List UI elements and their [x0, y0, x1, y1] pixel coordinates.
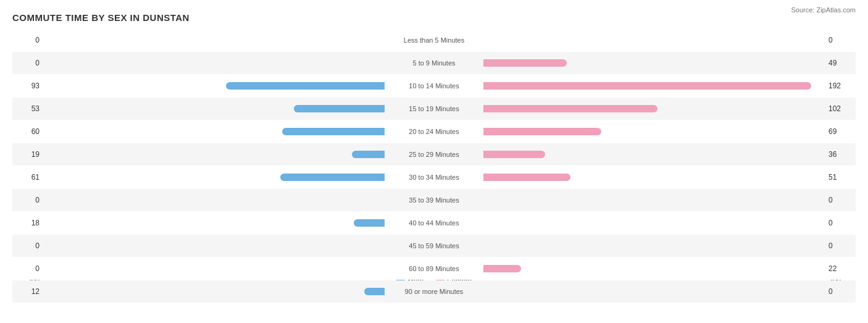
left-section	[43, 82, 385, 90]
bars-wrapper: 40 to 44 Minutes	[43, 212, 825, 234]
bars-wrapper: Less than 5 Minutes	[43, 29, 825, 51]
male-value: 19	[12, 150, 43, 159]
bars-wrapper: 10 to 14 Minutes	[43, 75, 825, 97]
table-row: 5315 to 19 Minutes102	[12, 98, 856, 120]
male-bar-row: 15 to 19 Minutes	[43, 104, 825, 113]
bar-pair: 25 to 29 Minutes	[43, 150, 825, 159]
right-section	[483, 150, 825, 159]
male-value: 93	[12, 82, 43, 90]
female-value: 0	[825, 287, 856, 296]
row-label: Less than 5 Minutes	[385, 36, 483, 44]
table-row: 1840 to 44 Minutes0	[12, 212, 856, 234]
male-value: 0	[12, 264, 43, 273]
right-section	[483, 104, 825, 113]
male-bar	[226, 82, 385, 90]
right-section	[483, 241, 825, 250]
bars-wrapper: 5 to 9 Minutes	[43, 52, 825, 74]
bar-pair: Less than 5 Minutes	[43, 36, 825, 44]
bar-pair: 90 or more Minutes	[43, 287, 825, 296]
bars-wrapper: 90 or more Minutes	[43, 280, 825, 303]
male-bar-row: Less than 5 Minutes	[43, 36, 825, 44]
female-bar	[483, 82, 811, 90]
table-row: 060 to 89 Minutes22	[12, 258, 856, 280]
male-bar	[280, 174, 385, 181]
male-bar-row: 60 to 89 Minutes	[43, 264, 825, 273]
bar-pair: 35 to 39 Minutes	[43, 196, 825, 204]
female-value: 22	[825, 264, 856, 273]
row-label: 5 to 9 Minutes	[385, 59, 483, 67]
left-section	[43, 36, 385, 44]
bars-wrapper: 20 to 24 Minutes	[43, 120, 825, 143]
left-section	[43, 264, 385, 273]
male-value: 60	[12, 127, 43, 136]
male-bar-row: 90 or more Minutes	[43, 287, 825, 296]
source-label: Source: ZipAtlas.com	[791, 6, 856, 14]
female-value: 69	[825, 127, 856, 136]
male-value: 61	[12, 173, 43, 182]
left-section	[43, 104, 385, 113]
male-value: 53	[12, 104, 43, 113]
bars-wrapper: 35 to 39 Minutes	[43, 189, 825, 211]
left-section	[43, 287, 385, 296]
right-section	[483, 264, 825, 273]
table-row: 0Less than 5 Minutes0	[12, 29, 856, 51]
right-section	[483, 36, 825, 44]
female-bar	[483, 151, 545, 158]
row-label: 35 to 39 Minutes	[385, 196, 483, 204]
chart-title: COMMUTE TIME BY SEX IN DUNSTAN	[12, 12, 856, 23]
right-section	[483, 219, 825, 227]
table-row: 1290 or more Minutes0	[12, 280, 856, 303]
left-section	[43, 150, 385, 159]
male-bar-row: 45 to 59 Minutes	[43, 241, 825, 250]
table-row: 6130 to 34 Minutes51	[12, 166, 856, 188]
table-row: 6020 to 24 Minutes69	[12, 120, 856, 143]
bars-wrapper: 30 to 34 Minutes	[43, 166, 825, 188]
right-section	[483, 59, 825, 67]
female-value: 192	[825, 82, 856, 90]
right-section	[483, 196, 825, 204]
female-bar	[483, 128, 601, 135]
bar-pair: 20 to 24 Minutes	[43, 127, 825, 136]
left-section	[43, 219, 385, 227]
bars-wrapper: 25 to 29 Minutes	[43, 143, 825, 166]
row-label: 25 to 29 Minutes	[385, 151, 483, 158]
male-bar	[364, 288, 385, 295]
female-value: 0	[825, 36, 856, 44]
left-section	[43, 127, 385, 136]
table-row: 05 to 9 Minutes49	[12, 52, 856, 74]
right-section	[483, 287, 825, 296]
female-bar	[483, 59, 567, 67]
male-bar-row: 25 to 29 Minutes	[43, 150, 825, 159]
row-label: 45 to 59 Minutes	[385, 242, 483, 250]
female-bar	[483, 174, 570, 181]
row-label: 40 to 44 Minutes	[385, 219, 483, 227]
female-value: 0	[825, 196, 856, 204]
table-row: 045 to 59 Minutes0	[12, 235, 856, 257]
male-bar-row: 10 to 14 Minutes	[43, 82, 825, 90]
male-bar-row: 30 to 34 Minutes	[43, 173, 825, 182]
table-row: 035 to 39 Minutes0	[12, 189, 856, 211]
female-bar	[483, 265, 521, 272]
female-value: 0	[825, 219, 856, 227]
bar-pair: 40 to 44 Minutes	[43, 219, 825, 227]
female-bar	[483, 105, 657, 112]
bar-pair: 45 to 59 Minutes	[43, 241, 825, 250]
male-bar	[352, 151, 385, 158]
bar-pair: 30 to 34 Minutes	[43, 173, 825, 182]
male-value: 0	[12, 59, 43, 67]
left-section	[43, 173, 385, 182]
left-section	[43, 196, 385, 204]
male-bar	[294, 105, 385, 112]
male-bar-row: 5 to 9 Minutes	[43, 59, 825, 67]
male-bar-row: 20 to 24 Minutes	[43, 127, 825, 136]
left-section	[43, 241, 385, 250]
left-section	[43, 59, 385, 67]
chart-container: COMMUTE TIME BY SEX IN DUNSTAN Source: Z…	[0, 0, 868, 323]
male-bar-row: 35 to 39 Minutes	[43, 196, 825, 204]
row-label: 90 or more Minutes	[385, 288, 483, 295]
male-bar-row: 40 to 44 Minutes	[43, 219, 825, 227]
male-value: 0	[12, 241, 43, 250]
female-value: 51	[825, 173, 856, 182]
female-value: 36	[825, 150, 856, 159]
row-label: 20 to 24 Minutes	[385, 128, 483, 135]
